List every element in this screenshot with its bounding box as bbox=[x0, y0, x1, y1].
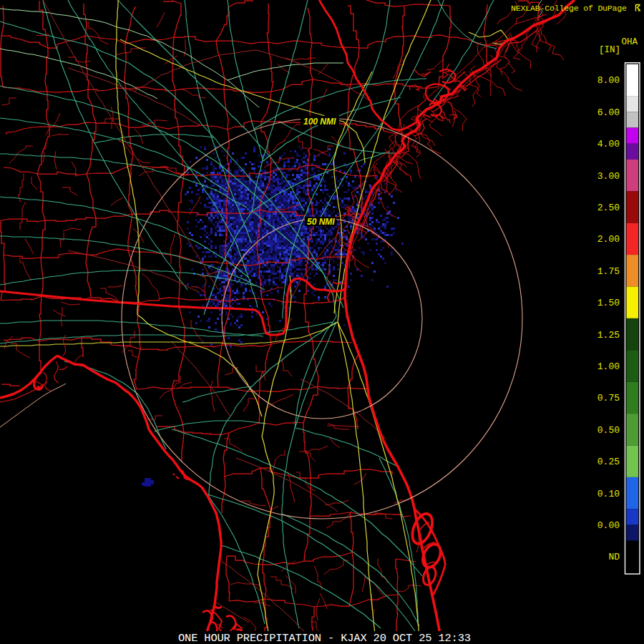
svg-text:0.50: 0.50 bbox=[597, 425, 620, 436]
svg-text:1.25: 1.25 bbox=[597, 330, 620, 341]
svg-text:2.50: 2.50 bbox=[597, 203, 620, 213]
svg-text:1.00: 1.00 bbox=[597, 361, 620, 372]
svg-text:0.75: 0.75 bbox=[597, 393, 620, 404]
svg-text:0.00: 0.00 bbox=[597, 520, 620, 531]
svg-text:[IN]: [IN] bbox=[599, 45, 620, 55]
svg-text:8.00: 8.00 bbox=[597, 75, 620, 86]
svg-text:2.00: 2.00 bbox=[597, 234, 620, 245]
svg-text:1.75: 1.75 bbox=[597, 266, 620, 277]
svg-text:OHA: OHA bbox=[621, 37, 638, 47]
svg-text:3.00: 3.00 bbox=[597, 171, 620, 182]
svg-text:6.00: 6.00 bbox=[597, 107, 620, 118]
svg-text:ND: ND bbox=[608, 552, 620, 562]
svg-text:0.25: 0.25 bbox=[597, 457, 620, 467]
svg-text:0.10: 0.10 bbox=[597, 489, 620, 499]
svg-text:1.50: 1.50 bbox=[597, 298, 620, 308]
svg-text:ONE HOUR PRECIPITATION - KJAX: ONE HOUR PRECIPITATION - KJAX 20 OCT 25 … bbox=[178, 632, 471, 644]
svg-text:100 NMI: 100 NMI bbox=[303, 117, 336, 127]
svg-text:50 NMI: 50 NMI bbox=[307, 217, 335, 227]
svg-text:4.00: 4.00 bbox=[597, 139, 620, 150]
svg-text:NEXLAB-College of DuPage: NEXLAB-College of DuPage bbox=[511, 4, 627, 13]
